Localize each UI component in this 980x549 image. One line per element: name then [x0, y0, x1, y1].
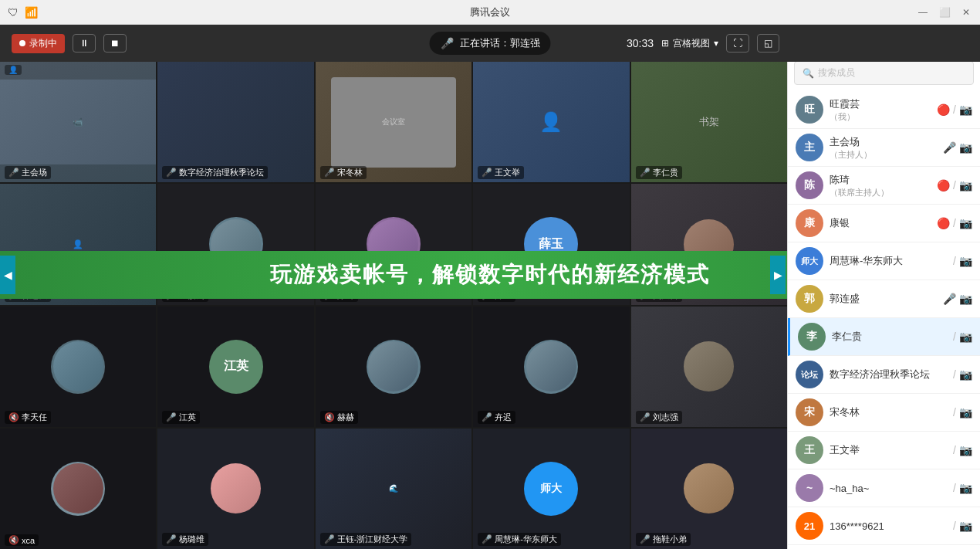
screen-action-4[interactable]: 📷 [959, 217, 972, 229]
cell-3-name: 🎤 宋冬林 [320, 166, 367, 179]
stop-button[interactable]: ⏹ [103, 34, 127, 53]
mic-action-10[interactable]: / [953, 444, 956, 456]
member-item-kangyin[interactable]: 康 康银 🔴 / 📷 [788, 205, 980, 242]
titlebar: 🛡 📶 腾讯会议 — ⬜ ✕ [0, 0, 980, 25]
video-cell-13[interactable]: 🔇 赫赫 [316, 307, 471, 427]
cell-15-name: 🎤 刘志强 [636, 411, 682, 424]
member-info-wangwenju: 王文举 [830, 443, 947, 457]
mic-icon-4: 🎤 [482, 168, 492, 178]
member-item-wangwenju[interactable]: 王 王文举 / 📷 [788, 432, 980, 469]
member-item-wangxiayun[interactable]: 旺 旺霞芸 （我） 🔴 / 📷 [788, 91, 980, 129]
mic-action-9[interactable]: / [953, 406, 956, 419]
member-item-haha[interactable]: ~ ~ha_ha~ / 📷 [788, 469, 980, 507]
cell-11-name: 🔇 李天任 [5, 411, 51, 424]
cam-action-8[interactable]: 📷 [959, 368, 972, 381]
mic-action-6[interactable]: 🎤 [943, 293, 956, 305]
cam-action-12[interactable]: 📷 [959, 520, 972, 532]
video-cell-14[interactable]: 🎤 卉迟 [473, 307, 629, 427]
fullscreen-button[interactable]: ⛶ [726, 34, 749, 53]
cam-action-5[interactable]: 📷 [959, 255, 972, 267]
member-info-digital: 数字经济治理秋季论坛 [830, 368, 947, 381]
cam-action-9[interactable]: 📷 [959, 406, 972, 419]
cam-action-11[interactable]: 📷 [959, 482, 972, 494]
mic-icon-12: 🎤 [166, 412, 177, 422]
cam-action-icon[interactable]: / [953, 103, 956, 116]
video-cell-16[interactable]: 🔇 xca [0, 429, 156, 549]
avatar-chenqi: 陈 [796, 171, 823, 199]
video-cell-5[interactable]: 书架 🎤 李仁贵 [631, 62, 787, 182]
mic-action-5[interactable]: / [953, 255, 956, 267]
meeting-timer: 30:33 [627, 37, 654, 49]
member-item-136[interactable]: 21 136****9621 / 📷 [788, 507, 980, 545]
video-cell-3[interactable]: 会议室 🎤 宋冬林 [316, 62, 471, 182]
speaking-label: 正在讲话：郭连强 [460, 36, 540, 50]
cam-action-7[interactable]: 📷 [959, 330, 972, 343]
cell-2-label: 数字经济治理秋季论坛 [179, 167, 264, 178]
record-dot [19, 40, 25, 46]
pip-button[interactable]: ◱ [757, 34, 779, 53]
cell-5-name: 🎤 李仁贵 [636, 166, 682, 179]
member-actions-136: / 📷 [953, 520, 972, 532]
member-item-zhouhuilin[interactable]: 师大 周慧琳-华东师大 / 📷 [788, 242, 980, 280]
member-item-guoliancheng[interactable]: 郭 郭连盛 🎤 📷 [788, 280, 980, 318]
cam-action-6[interactable]: 📷 [959, 293, 972, 305]
avatar-zhouhuilin: 师大 [796, 247, 823, 275]
cam-action-3[interactable]: / [953, 179, 956, 191]
grid-view-button[interactable]: ⊞ 宫格视图 ▾ [661, 37, 718, 50]
mic-action-4[interactable]: 🔴 [937, 217, 950, 229]
cell-15-label: 刘志强 [653, 412, 678, 423]
member-item-main[interactable]: 主 主会场 （主持人） 🎤 📷 [788, 129, 980, 167]
nav-next-button[interactable]: ▶ [770, 256, 786, 294]
video-cell-20[interactable]: 🎤 拖鞋小弟 [631, 429, 787, 549]
mic-action-3[interactable]: 🔴 [937, 179, 950, 191]
video-cell-15[interactable]: 🎤 刘志强 [631, 307, 787, 427]
screen-action-3[interactable]: 📷 [959, 179, 972, 191]
member-actions-songdonglin: / 📷 [953, 406, 972, 419]
video-cell-1[interactable]: 📹 👤 🎤 主会场 [0, 62, 156, 182]
video-cell-18[interactable]: 🌊 🎤 王钰-浙江财经大学 [316, 429, 471, 549]
member-name-wangxiayun: 旺霞芸 [830, 97, 931, 111]
cell-1-name: 🎤 主会场 [5, 166, 51, 179]
mic-action-2[interactable]: 🎤 [943, 141, 956, 154]
close-button[interactable]: ✕ [960, 6, 972, 19]
nav-prev-button[interactable]: ◀ [0, 256, 15, 294]
record-badge[interactable]: 录制中 [12, 34, 65, 53]
mic-action-8[interactable]: / [953, 368, 956, 381]
video-cell-19[interactable]: 师大 🎤 周慧琳-华东师大 [473, 429, 629, 549]
member-name-main: 主会场 [830, 135, 937, 149]
cam-action-10[interactable]: 📷 [959, 444, 972, 456]
member-info-songdonglin: 宋冬林 [830, 405, 947, 419]
mic-action-7[interactable]: / [953, 330, 956, 343]
search-icon: 🔍 [803, 68, 814, 79]
mic-icon-5: 🎤 [640, 168, 651, 178]
mic-action-icon[interactable]: 🔴 [937, 103, 950, 116]
member-item-digital[interactable]: 论坛 数字经济治理秋季论坛 / 📷 [788, 356, 980, 394]
member-item-chenqi[interactable]: 陈 陈琦 （联席主持人） 🔴 / 📷 [788, 167, 980, 205]
cell-17-label: 杨璐维 [179, 534, 204, 545]
cell-12-label: 江英 [179, 412, 196, 423]
member-item-lirengui[interactable]: 李 李仁贵 / 📷 [788, 318, 980, 356]
video-cell-12[interactable]: 江英 🎤 江英 [157, 307, 313, 427]
cam-action-2[interactable]: 📷 [959, 141, 972, 154]
video-cell-17[interactable]: 🎤 杨璐维 [157, 429, 313, 549]
member-item-songdonglin[interactable]: 宋 宋冬林 / 📷 [788, 394, 980, 432]
member-item-138[interactable]: 11 138****8111 / 📷 [788, 545, 980, 549]
pause-button[interactable]: ⏸ [73, 34, 96, 53]
video-cell-2[interactable]: 🎤 数字经济治理秋季论坛 [157, 62, 313, 182]
cell-20-name: 🎤 拖鞋小弟 [636, 533, 691, 546]
member-name-haha: ~ha_ha~ [830, 483, 947, 494]
screen-action-icon[interactable]: 📷 [959, 103, 972, 116]
member-search-box[interactable]: 🔍 搜索成员 [794, 61, 974, 85]
cam-action-4[interactable]: / [953, 217, 956, 229]
member-actions-guoliancheng: 🎤 📷 [943, 293, 972, 305]
mic-action-12[interactable]: / [953, 520, 956, 532]
video-cell-11[interactable]: 🔇 李天任 [0, 307, 156, 427]
mic-action-11[interactable]: / [953, 482, 956, 494]
maximize-button[interactable]: ⬜ [938, 6, 951, 19]
member-role-main: （主持人） [830, 149, 937, 161]
member-info-main: 主会场 （主持人） [830, 135, 937, 161]
cell-16-name: 🔇 xca [5, 534, 39, 546]
video-cell-4[interactable]: 👤 🎤 王文举 [473, 62, 629, 182]
minimize-button[interactable]: — [917, 6, 929, 19]
avatar-16 [51, 462, 105, 516]
